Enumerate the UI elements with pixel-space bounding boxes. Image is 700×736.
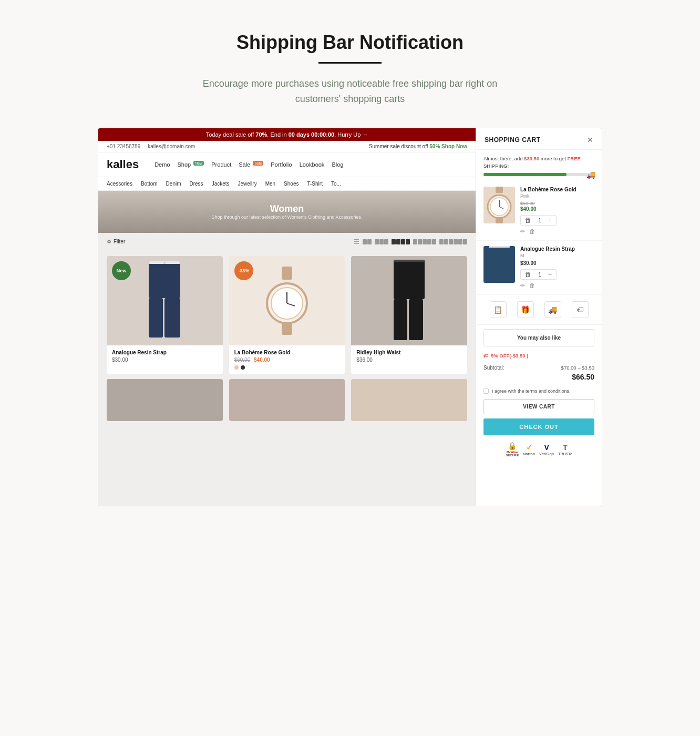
product-card-mini-2[interactable] — [229, 379, 345, 421]
close-cart-button[interactable]: ✕ — [587, 136, 593, 144]
also-like-button[interactable]: You may also like — [483, 329, 594, 346]
delivery-icon[interactable]: 🚚 — [544, 301, 561, 318]
svg-point-4 — [163, 262, 166, 264]
nav-lookbook[interactable]: Lookbook — [300, 161, 325, 168]
qty-control-2[interactable]: 🗑 1 + — [520, 269, 557, 280]
grid-4-icon[interactable] — [392, 239, 410, 244]
gift-icon[interactable]: 🎁 — [517, 301, 534, 318]
delete-icon-1[interactable]: 🗑 — [529, 228, 535, 235]
nav-sale[interactable]: Sale Sale — [239, 161, 263, 168]
deal-text-middle: . End in — [267, 131, 288, 138]
cart-item-name-1: La Bohème Rose Gold — [520, 187, 594, 192]
shipping-text3: SHIPPING! — [483, 163, 509, 169]
filter-button[interactable]: ⚙ Filter — [107, 239, 125, 244]
nav-shop[interactable]: Shop New — [178, 161, 204, 168]
product-card-1[interactable]: New Analogue Resin Strap $30.00 — [107, 256, 223, 374]
filter-label: Filter — [114, 239, 125, 244]
nav-portfolio[interactable]: Portfolio — [271, 161, 292, 168]
product-price-3: $36.00 — [356, 357, 462, 363]
edit-icon-2[interactable]: ✏ — [520, 282, 525, 289]
svg-rect-11 — [394, 260, 425, 299]
cat-jewellry[interactable]: Jewellry — [238, 181, 257, 187]
grid-5-icon[interactable] — [413, 239, 436, 244]
nav-items: Demo Shop New Product Sale Sale Portfoli… — [155, 161, 343, 168]
mcafee-badge: 🔒 McAfee SECURE — [506, 442, 519, 457]
discount-label: 5% OFF(-$3.50 ) — [491, 353, 528, 359]
product-card-3[interactable]: Ridley High Waist $36.00 — [351, 256, 467, 374]
grid-2-icon[interactable] — [363, 239, 372, 244]
cat-tshirt[interactable]: T-Shirt — [307, 181, 322, 187]
edit-icon-1[interactable]: ✏ — [520, 228, 525, 235]
contact-left: +01 23456789 kalles@domain.com — [107, 144, 195, 149]
shipping-text2: more to get — [539, 156, 567, 161]
summer-sale-text: Summer sale discount off — [369, 144, 429, 149]
subtotal-total: $66.50 — [483, 373, 594, 381]
view-icons: ☰ — [354, 238, 467, 246]
product-card-mini-1[interactable] — [107, 379, 223, 421]
cat-denim[interactable]: Denim — [166, 181, 181, 187]
shipping-text1: Almost there, add — [483, 156, 524, 161]
cart-header: SHOPPING CART ✕ — [476, 128, 602, 150]
qty-value-2: 1 — [537, 272, 543, 278]
qty-increase-1[interactable]: + — [547, 217, 553, 224]
cart-item-actions-1: ✏ 🗑 — [520, 228, 594, 235]
grid-6-icon[interactable] — [439, 239, 467, 244]
product-card-2[interactable]: -33% La Bohème Rose Gold $60.00 $40.0 — [229, 256, 345, 374]
qty-increase-2[interactable]: + — [547, 271, 553, 278]
qty-decrease-2[interactable]: 🗑 — [524, 271, 532, 278]
watch-svg — [261, 267, 313, 335]
checkout-button[interactable]: CHECK OUT — [483, 418, 594, 435]
shop-now[interactable]: Shop Now — [441, 144, 467, 149]
cat-more[interactable]: To... — [331, 181, 341, 187]
nav-product[interactable]: Product — [211, 161, 231, 168]
cart-item-actions-2: ✏ 🗑 — [520, 282, 594, 289]
product-name-2: La Bohème Rose Gold — [234, 350, 340, 355]
color-dot-1[interactable] — [234, 365, 239, 370]
grid-3-icon[interactable] — [375, 239, 388, 244]
contact-bar: +01 23456789 kalles@domain.com Summer sa… — [98, 141, 476, 152]
svg-rect-5 — [282, 267, 292, 280]
tag-icon[interactable]: 🏷 — [572, 301, 589, 318]
shipping-progress: 🚚 — [476, 173, 602, 181]
color-dot-2[interactable] — [241, 365, 245, 370]
cart-title: SHOPPING CART — [485, 136, 541, 144]
clipboard-icon[interactable]: 📋 — [490, 301, 507, 318]
terms-label: I agree with the terms and conditions. — [492, 389, 571, 394]
terms-row: I agree with the terms and conditions. — [476, 385, 602, 397]
cart-pants-svg — [483, 246, 515, 283]
cat-bottom[interactable]: Bottom — [141, 181, 158, 187]
verisign-icon: V — [544, 443, 549, 452]
trust-badges: 🔒 McAfee SECURE ✓ Norton V VeriSign T TR… — [476, 437, 602, 461]
view-cart-button[interactable]: VIEW CART — [483, 399, 594, 414]
svg-rect-20 — [496, 217, 503, 223]
deal-text-before: Today deal sale off — [206, 131, 256, 138]
qty-control-1[interactable]: 🗑 1 + — [520, 215, 557, 226]
nav-blog[interactable]: Blog — [332, 161, 343, 168]
shop-badge: New — [193, 161, 204, 166]
cat-accessories[interactable]: Acessories — [107, 181, 132, 187]
qty-value-1: 1 — [537, 218, 543, 223]
list-view-icon[interactable]: ☰ — [354, 238, 359, 246]
qty-decrease-1[interactable]: 🗑 — [524, 217, 532, 224]
pants-svg-1 — [143, 261, 186, 340]
deal-bar: Today deal sale off 70%. End in 00 days … — [98, 128, 476, 141]
subtotal-calc: $70.00 – $3.50 — [561, 365, 594, 371]
product-card-mini-3[interactable] — [351, 379, 467, 421]
delete-icon-2[interactable]: 🗑 — [529, 282, 535, 289]
shipping-amount: $33.50 — [524, 156, 539, 161]
truck-icon: 🚚 — [586, 170, 595, 179]
cat-men[interactable]: Men — [265, 181, 275, 187]
nav-demo[interactable]: Demo — [155, 161, 170, 168]
product-colors-2 — [234, 365, 340, 370]
terms-checkbox[interactable] — [483, 389, 489, 394]
cat-shoes[interactable]: Shoes — [284, 181, 298, 187]
new-price-2: $40.00 — [254, 357, 270, 363]
norton-badge: ✓ Norton — [523, 443, 535, 456]
cart-item-old-price-1: $60.00 — [520, 201, 594, 206]
cart-item-name-2: Analogue Resin Strap — [520, 246, 594, 252]
truste-badge: T TRUSTe — [558, 443, 572, 456]
hero-section: Women Shop through our latest selection … — [98, 191, 476, 233]
cat-dress[interactable]: Dress — [190, 181, 203, 187]
cat-jackets[interactable]: Jackets — [212, 181, 230, 187]
svg-rect-24 — [489, 246, 510, 248]
